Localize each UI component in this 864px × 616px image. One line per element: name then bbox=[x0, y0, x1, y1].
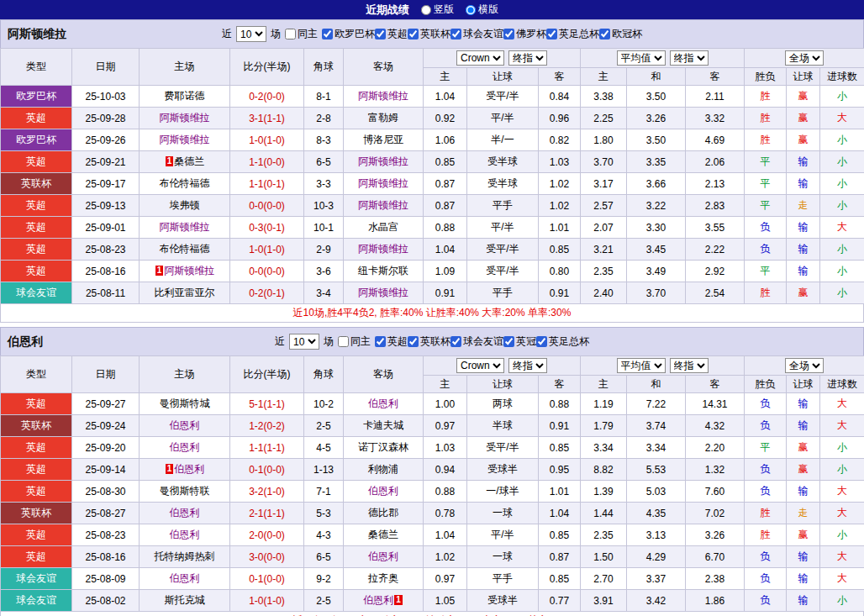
handicap-line: 平手 bbox=[467, 195, 539, 217]
vertical-view-radio[interactable] bbox=[421, 5, 431, 15]
same-home-checkbox[interactable] bbox=[285, 29, 296, 39]
col-header-type: 类型 bbox=[1, 49, 72, 86]
league-checkbox[interactable] bbox=[450, 336, 461, 347]
odds-stage-select[interactable]: 终指 bbox=[508, 50, 547, 66]
team-link[interactable]: 阿斯顿维拉 bbox=[160, 134, 210, 145]
team-link[interactable]: 德比郡 bbox=[368, 507, 398, 519]
team-link[interactable]: 布伦特福德 bbox=[160, 243, 210, 255]
bookmaker-select[interactable]: Crown bbox=[456, 50, 504, 66]
league-checkbox[interactable] bbox=[450, 29, 461, 39]
league-filter[interactable]: 球会友谊 bbox=[450, 334, 503, 349]
team-link[interactable]: 伯恩利 bbox=[174, 463, 204, 475]
team-link[interactable]: 阿斯顿维拉 bbox=[358, 243, 408, 255]
team-link[interactable]: 阿斯顿维拉 bbox=[160, 112, 210, 124]
same-home-filter[interactable]: 同主 bbox=[338, 334, 371, 349]
league-checkbox[interactable] bbox=[546, 29, 557, 39]
team-link[interactable]: 纽卡斯尔联 bbox=[358, 265, 408, 276]
league-filter[interactable]: 佛罗杯 bbox=[503, 27, 546, 41]
avg-home-odds: 2.35 bbox=[581, 524, 627, 546]
view-option-vertical[interactable]: 竖版 bbox=[421, 3, 454, 17]
bookmaker-select[interactable]: Crown bbox=[456, 358, 504, 373]
score-cell: 1-0(1-0) bbox=[230, 239, 304, 261]
recent-count-select[interactable]: 10 bbox=[236, 26, 266, 42]
team-link[interactable]: 阿斯顿维拉 bbox=[164, 265, 214, 276]
average-select[interactable]: 平均值 bbox=[617, 358, 666, 373]
league-badge: 英超 bbox=[1, 195, 72, 217]
league-filter[interactable]: 英超 bbox=[375, 27, 408, 41]
team-link[interactable]: 伯恩利 bbox=[368, 485, 398, 497]
team-link[interactable]: 桑德兰 bbox=[174, 155, 204, 167]
fulltime-select[interactable]: 全场 bbox=[785, 50, 824, 66]
league-checkbox[interactable] bbox=[503, 29, 514, 39]
team-link[interactable]: 博洛尼亚 bbox=[363, 134, 403, 145]
team-link[interactable]: 阿斯顿维拉 bbox=[358, 177, 408, 189]
team-link[interactable]: 曼彻斯特城 bbox=[160, 398, 210, 409]
team-link[interactable]: 布伦特福德 bbox=[160, 177, 210, 189]
team-link[interactable]: 伯恩利 bbox=[170, 507, 200, 519]
match-row: 欧罗巴杯25-10-03费耶诺德0-2(0-0)8-1阿斯顿维拉1.04受平/半… bbox=[1, 86, 864, 108]
average-stage-select[interactable]: 终指 bbox=[670, 358, 709, 373]
team-link[interactable]: 阿斯顿维拉 bbox=[160, 221, 210, 233]
same-home-checkbox[interactable] bbox=[338, 336, 349, 347]
team-link[interactable]: 伯恩利 bbox=[170, 441, 200, 453]
view-option-horizontal[interactable]: 横版 bbox=[466, 3, 498, 17]
team-link[interactable]: 卡迪夫城 bbox=[363, 419, 403, 431]
league-filter[interactable]: 英联杯 bbox=[408, 334, 450, 349]
team-link[interactable]: 比利亚雷亚尔 bbox=[155, 287, 215, 298]
league-filter[interactable]: 英足总杯 bbox=[546, 27, 599, 41]
result-cell: 胜 bbox=[745, 503, 787, 524]
odds-stage-select[interactable]: 终指 bbox=[508, 358, 547, 373]
team-link[interactable]: 伯恩利 bbox=[368, 398, 398, 409]
league-checkbox[interactable] bbox=[408, 29, 419, 39]
league-filter[interactable]: 欧罗巴杯 bbox=[322, 27, 375, 41]
fulltime-select[interactable]: 全场 bbox=[785, 358, 824, 373]
top-navbar: 近期战绩 竖版 横版 bbox=[0, 0, 864, 19]
handicap-line: 受球半 bbox=[467, 459, 539, 481]
team-link[interactable]: 诺丁汉森林 bbox=[358, 441, 408, 453]
team-link[interactable]: 阿斯顿维拉 bbox=[358, 199, 408, 211]
handicap-line: 受平/半 bbox=[467, 239, 539, 261]
team-link[interactable]: 伯恩利 bbox=[170, 529, 200, 540]
league-checkbox[interactable] bbox=[322, 29, 333, 39]
team-link[interactable]: 利物浦 bbox=[368, 463, 398, 475]
team-link[interactable]: 伯恩利 bbox=[368, 550, 398, 562]
horizontal-view-radio[interactable] bbox=[466, 5, 476, 15]
team-link[interactable]: 阿斯顿维拉 bbox=[358, 155, 408, 167]
recent-label-suffix: 场 bbox=[271, 27, 281, 41]
avg-away-odds: 2.92 bbox=[686, 261, 745, 282]
average-select[interactable]: 平均值 bbox=[617, 50, 666, 66]
team-link[interactable]: 费耶诺德 bbox=[165, 90, 205, 102]
league-filter[interactable]: 英联杯 bbox=[408, 27, 450, 41]
league-filter[interactable]: 欧冠杯 bbox=[599, 27, 642, 41]
league-filter-label: 英足总杯 bbox=[559, 27, 599, 41]
league-checkbox[interactable] bbox=[375, 29, 386, 39]
league-checkbox[interactable] bbox=[375, 336, 386, 347]
team-link[interactable]: 阿斯顿维拉 bbox=[358, 287, 408, 298]
team-link[interactable]: 拉齐奥 bbox=[368, 572, 398, 584]
team-link[interactable]: 埃弗顿 bbox=[170, 199, 200, 211]
league-checkbox[interactable] bbox=[503, 336, 514, 347]
team-link[interactable]: 曼彻斯特联 bbox=[160, 485, 210, 497]
league-checkbox[interactable] bbox=[599, 29, 610, 39]
team-link[interactable]: 阿斯顿维拉 bbox=[358, 90, 408, 102]
recent-count-select[interactable]: 10 bbox=[289, 334, 319, 350]
average-stage-select[interactable]: 终指 bbox=[670, 50, 709, 66]
handicap-result-cell: 赢 bbox=[787, 108, 820, 129]
team-link[interactable]: 水晶宫 bbox=[368, 221, 398, 233]
league-filter[interactable]: 英冠 bbox=[503, 334, 536, 349]
league-filter[interactable]: 英足总杯 bbox=[536, 334, 589, 349]
league-filter[interactable]: 英超 bbox=[375, 334, 408, 349]
recent-label-prefix: 近 bbox=[275, 334, 285, 349]
team-link[interactable]: 富勒姆 bbox=[368, 112, 398, 124]
league-filter[interactable]: 球会友谊 bbox=[450, 27, 503, 41]
team-link[interactable]: 斯托克城 bbox=[165, 594, 205, 606]
league-checkbox[interactable] bbox=[408, 336, 419, 347]
col-header-score: 比分(半场) bbox=[230, 356, 304, 393]
team-link[interactable]: 托特纳姆热刺 bbox=[155, 550, 215, 562]
team-link[interactable]: 伯恩利 bbox=[170, 572, 200, 584]
league-checkbox[interactable] bbox=[536, 336, 547, 347]
team-link[interactable]: 伯恩利 bbox=[170, 419, 200, 431]
team-link[interactable]: 桑德兰 bbox=[368, 529, 398, 540]
same-home-filter[interactable]: 同主 bbox=[285, 27, 318, 41]
team-link[interactable]: 伯恩利 bbox=[363, 594, 393, 606]
